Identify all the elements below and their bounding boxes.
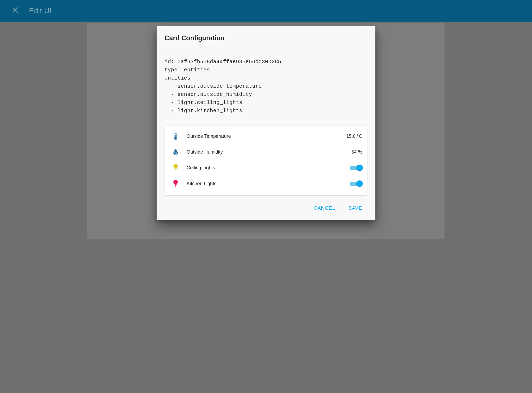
svg-rect-8 xyxy=(175,186,176,187)
lightbulb-icon xyxy=(170,180,181,188)
app-bar: Edit UI xyxy=(0,0,532,22)
entity-label: Ceiling Lights xyxy=(187,165,347,171)
save-button[interactable]: SAVE xyxy=(346,203,364,214)
svg-rect-6 xyxy=(175,171,176,171)
entity-row: Outside Temperature 15.6 °C xyxy=(170,128,362,144)
entity-row: Ceiling Lights xyxy=(170,160,362,176)
close-icon xyxy=(12,6,19,16)
entity-row: Outside Humidity 54 % xyxy=(170,144,362,160)
entity-row: Kitchen Lights xyxy=(170,176,362,191)
humidity-icon xyxy=(170,149,181,155)
appbar-title: Edit UI xyxy=(29,7,52,15)
yaml-editor[interactable]: id: 0af63fb508da44ffae935e56dd300285 typ… xyxy=(165,58,367,115)
divider xyxy=(165,122,367,122)
svg-rect-5 xyxy=(175,170,176,170)
entity-label: Outside Temperature xyxy=(187,134,346,139)
entity-value: 54 % xyxy=(351,149,362,155)
entity-label: Kitchen Lights xyxy=(187,181,347,186)
svg-rect-1 xyxy=(175,135,176,137)
dialog-actions: CANCEL SAVE xyxy=(165,201,367,215)
svg-rect-7 xyxy=(175,185,176,186)
preview-card: Outside Temperature 15.6 °C Outside Humi… xyxy=(165,126,367,195)
thermometer-icon xyxy=(170,132,181,140)
card-config-dialog: Card Configuration id: 0af63fb508da44ffa… xyxy=(157,26,375,220)
dialog-title: Card Configuration xyxy=(165,34,367,42)
toggle-switch[interactable] xyxy=(350,165,362,171)
entity-value: 15.6 °C xyxy=(346,134,362,139)
close-button[interactable] xyxy=(9,4,22,17)
svg-point-2 xyxy=(175,152,175,153)
entity-label: Outside Humidity xyxy=(187,149,351,155)
toggle-switch[interactable] xyxy=(350,180,362,187)
lightbulb-icon xyxy=(170,164,181,172)
cancel-button[interactable]: CANCEL xyxy=(312,203,337,214)
